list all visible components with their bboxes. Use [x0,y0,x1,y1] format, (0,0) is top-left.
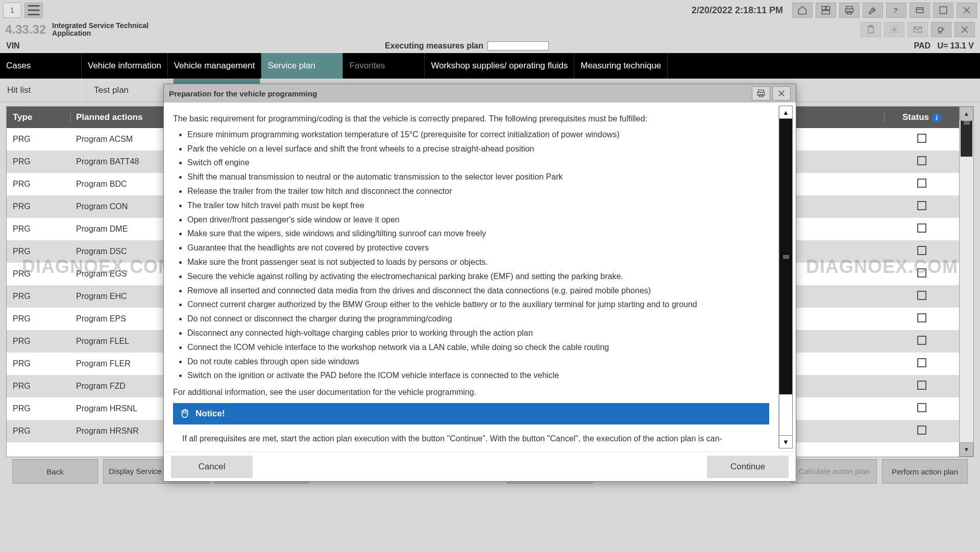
dialog-more-info: For additional information, see the user… [173,386,769,399]
minimize-icon[interactable] [910,3,930,18]
voltage-label: U= 13.1 V [937,41,974,50]
dialog-print-icon[interactable] [752,86,770,101]
svg-point-11 [893,29,896,31]
status-indicator-icon [917,201,926,210]
list-item: Guarantee that the headlights are not co… [187,242,769,255]
scroll-down-icon[interactable]: ▼ [960,442,973,457]
list-item: Make sure that the wipers, side windows … [187,228,769,240]
cell-status [885,201,959,212]
cell-status [885,291,959,302]
cell-type: PRG [7,359,71,368]
cell-type: PRG [7,180,71,189]
window-titlebar: 1 2/20/2022 2:18:11 PM ? [0,0,980,20]
cell-type: PRG [7,135,71,144]
dialog-scroll-thumb[interactable] [779,119,792,394]
cell-status [885,381,959,392]
back-button[interactable]: Back [12,459,98,484]
dialog-footer: Cancel Continue [164,452,796,481]
sub-tab[interactable]: Hit list [0,79,87,102]
list-icon[interactable] [24,3,43,18]
main-tab[interactable]: Service plan [261,53,343,79]
layout-icon[interactable] [816,3,836,18]
status-indicator-icon [917,156,926,165]
cell-status [885,223,959,235]
datetime-label: 2/20/2022 2:18:11 PM [692,5,783,16]
cell-type: PRG [7,337,71,346]
gear-icon[interactable] [884,22,904,37]
cell-type: PRG [7,202,71,211]
mail-icon[interactable] [908,22,928,37]
svg-rect-5 [847,12,851,14]
dialog-scroll-down-icon[interactable]: ▼ [779,435,793,448]
prerequisites-list: Ensure minimum programming workstation t… [187,129,769,382]
dialog-scrollbar[interactable]: ▲ ▼ [778,106,793,448]
main-tab[interactable]: Measuring technique [574,53,668,79]
status-indicator-icon [917,268,926,278]
main-tab[interactable]: Vehicle management [168,53,262,79]
app-name-line2: Application [52,30,149,37]
cell-status [885,403,959,414]
info-icon[interactable]: i [932,113,941,122]
cell-type: PRG [7,269,71,279]
svg-rect-1 [826,7,830,10]
main-tab[interactable]: Cases [0,53,82,79]
version-label: 4.33.32 [5,22,46,37]
dialog-close-icon[interactable] [772,86,791,101]
scroll-up-icon[interactable]: ▲ [960,107,973,121]
air-icon[interactable]: AIR [931,22,951,37]
cell-status [885,179,959,190]
main-tab[interactable]: Workshop supplies/ operating fluids [425,53,574,79]
list-item: Remove all inserted and connected data m… [187,285,769,297]
pad-label: PAD [914,41,930,50]
progress-bar [487,41,549,51]
svg-rect-17 [759,94,763,97]
help-icon[interactable]: ? [886,3,906,18]
cell-type: PRG [7,427,71,436]
status-indicator-icon [917,179,926,188]
wrench-icon[interactable] [863,3,883,18]
close-icon[interactable] [957,3,977,18]
notice-banner: Notice! [173,403,769,424]
status-indicator-icon [917,134,926,143]
list-item: Shift the manual transmission to neutral… [187,171,769,184]
col-type: Type [7,112,71,122]
list-item: Secure the vehicle against rolling by ac… [187,270,769,283]
main-tab[interactable]: Vehicle information [82,53,168,79]
notice-body: If all prerequisites are met, start the … [173,428,769,445]
perform-plan-button[interactable]: Perform action plan [882,459,968,484]
close-secondary-icon[interactable] [954,22,975,37]
session-tab-button[interactable]: 1 [3,3,21,18]
svg-rect-4 [846,9,853,13]
cell-status [885,268,959,280]
svg-text:?: ? [894,7,897,14]
cell-type: PRG [7,382,71,391]
list-item: Park the vehicle on a level surface and … [187,143,769,156]
status-indicator-icon [917,223,926,233]
dialog-content: The basic requirement for programming/co… [164,103,778,452]
grid-scrollbar[interactable]: ▲ ▼ [959,107,973,457]
continue-button[interactable]: Continue [707,456,789,478]
preparation-dialog: Preparation for the vehicle programming … [163,84,796,482]
list-item: Connect the ICOM vehicle interface to th… [187,341,769,354]
svg-rect-3 [846,7,852,9]
sub-tab[interactable]: Test plan [87,79,174,102]
status-indicator-icon [917,313,926,322]
calculate-plan-button: Calculate action plan [791,459,877,484]
svg-rect-0 [822,7,826,10]
executing-label: Executing measures plan [385,41,483,51]
col-status: Statusi [885,112,959,122]
cell-status [885,358,959,369]
print-icon[interactable] [839,3,860,18]
info-bar: VIN Executing measures plan PAD U= 13.1 … [0,39,980,53]
home-icon[interactable] [792,3,813,18]
dialog-intro: The basic requirement for programming/co… [173,113,769,126]
main-tab[interactable]: Favorites [343,53,425,79]
cancel-button[interactable]: Cancel [171,456,253,478]
scroll-thumb[interactable] [961,121,972,157]
dialog-scroll-up-icon[interactable]: ▲ [779,106,793,119]
status-indicator-icon [917,358,926,367]
maximize-icon[interactable] [933,3,953,18]
list-item: Make sure the front passenger seat is no… [187,256,769,269]
list-item: Do not route cables through open side wi… [187,356,769,368]
clipboard-icon[interactable] [861,22,881,37]
